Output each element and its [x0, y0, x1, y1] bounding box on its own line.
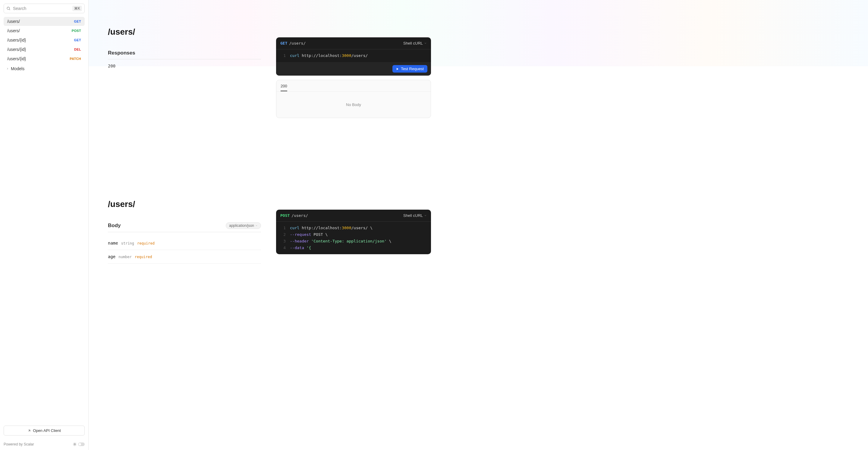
search-input-wrap[interactable]: ⌘K	[4, 4, 85, 13]
param-type: string	[121, 241, 134, 246]
param-type: number	[119, 255, 131, 259]
response-panel: 200No Body	[276, 80, 431, 118]
sidebar-item-path: /users/{id}	[7, 56, 26, 61]
response-body: No Body	[276, 91, 431, 118]
response-status-code: 200	[108, 64, 261, 68]
svg-line-2	[29, 430, 30, 431]
sidebar-item-path: /users/	[7, 28, 20, 33]
endpoint-section: /users/Bodyapplication/jsonnamestringreq…	[108, 172, 431, 263]
powered-by-label: Powered by Scalar	[4, 442, 34, 446]
shell-language-select[interactable]: Shell cURL	[403, 41, 427, 45]
method-badge: POST	[72, 29, 81, 33]
toggle-track	[78, 443, 85, 446]
chevron-right-icon	[6, 67, 9, 70]
chevron-down-icon	[424, 42, 427, 44]
sidebar-item-endpoint[interactable]: /users/GET	[4, 17, 85, 26]
code-path: GET/users/	[280, 41, 306, 45]
open-api-client-label: Open API Client	[33, 428, 61, 433]
search-icon	[6, 6, 10, 10]
code-path: POST/users/	[280, 213, 308, 218]
sidebar-item-path: /users/	[7, 19, 20, 24]
sidebar: ⌘K /users/GET/users/POST/users/{id}GET/u…	[0, 0, 89, 450]
method-badge: GET	[74, 20, 81, 23]
code-body: 1curl http://localhost:3000/users/ \2 --…	[276, 222, 431, 254]
svg-line-10	[73, 445, 74, 446]
endpoint-title: /users/	[108, 27, 261, 37]
svg-point-0	[7, 7, 9, 9]
param-name: age	[108, 254, 116, 259]
search-shortcut: ⌘K	[72, 6, 82, 11]
sidebar-item-path: /users/{id}	[7, 38, 26, 42]
theme-toggle[interactable]	[73, 442, 85, 446]
param-required: required	[137, 241, 155, 246]
endpoint-title: /users/	[108, 199, 261, 209]
endpoint-section: /users/Responses200GET/users/Shell cURL1…	[108, 0, 431, 118]
method-badge: DEL	[74, 47, 81, 51]
test-request-button[interactable]: Test Request	[393, 65, 427, 73]
arrow-up-right-icon	[27, 429, 31, 432]
sidebar-item-endpoint[interactable]: /users/{id}DEL	[4, 45, 85, 54]
models-label: Models	[11, 66, 24, 71]
sidebar-item-endpoint[interactable]: /users/{id}PATCH	[4, 54, 85, 63]
response-tab[interactable]: 200	[281, 84, 287, 91]
open-api-client-button[interactable]: Open API Client	[4, 426, 85, 436]
param-name: name	[108, 241, 118, 246]
code-panel: GET/users/Shell cURL1curl http://localho…	[276, 37, 431, 75]
sidebar-item-endpoint[interactable]: /users/POST	[4, 26, 85, 35]
content-type-select[interactable]: application/json	[226, 222, 261, 229]
svg-line-1	[9, 9, 10, 10]
sidebar-item-models[interactable]: Models	[4, 64, 85, 73]
chevron-down-icon	[255, 224, 258, 227]
method-badge: PATCH	[70, 57, 81, 61]
play-icon	[396, 67, 399, 70]
code-body: 1curl http://localhost:3000/users/	[276, 50, 431, 62]
sidebar-item-path: /users/{id}	[7, 47, 26, 52]
section-heading: Responses	[108, 50, 261, 59]
search-input[interactable]	[13, 6, 70, 11]
main-content[interactable]: /users/Responses200GET/users/Shell cURL1…	[89, 0, 868, 450]
chevron-down-icon	[424, 214, 427, 217]
sidebar-item-endpoint[interactable]: /users/{id}GET	[4, 36, 85, 44]
svg-point-3	[74, 444, 76, 445]
svg-marker-12	[397, 68, 398, 70]
section-heading: Bodyapplication/json	[108, 222, 261, 232]
method-badge: GET	[74, 38, 81, 42]
code-panel: POST/users/Shell cURL1curl http://localh…	[276, 210, 431, 254]
param-row: agenumberrequired	[108, 250, 261, 263]
param-required: required	[135, 255, 152, 259]
param-row: namestringrequired	[108, 236, 261, 250]
nav-list: /users/GET/users/POST/users/{id}GET/user…	[0, 17, 88, 422]
svg-line-6	[73, 443, 74, 443]
shell-language-select[interactable]: Shell cURL	[403, 213, 427, 218]
sun-icon	[73, 442, 77, 446]
